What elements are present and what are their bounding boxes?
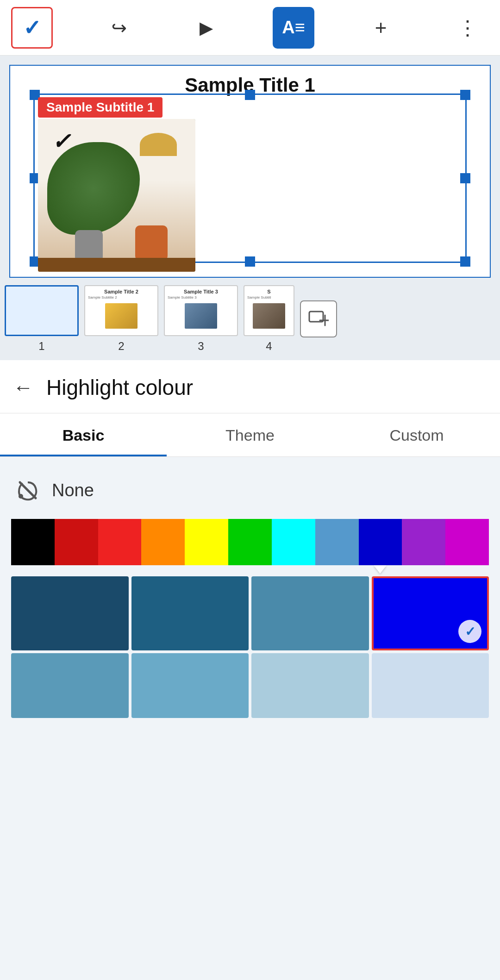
swatch-black[interactable] — [11, 519, 55, 565]
thumb-card-1[interactable] — [5, 285, 79, 336]
thumb-title-3: Sample Title 3 — [168, 289, 234, 294]
svg-point-4 — [19, 494, 23, 499]
color-cell-lightsteelblue[interactable] — [131, 653, 249, 718]
color-cell-darknavy[interactable] — [11, 576, 129, 650]
color-cell-medblue[interactable] — [11, 653, 129, 718]
swatch-magenta[interactable] — [445, 519, 489, 565]
font-format-button[interactable]: A≡ — [273, 7, 314, 49]
thumb-num-3: 3 — [198, 340, 204, 353]
plant-green — [47, 142, 140, 235]
swatch-purple[interactable] — [402, 519, 445, 565]
more-button[interactable]: ⋮ — [447, 7, 489, 49]
play-icon: ▶ — [200, 18, 213, 38]
thumb-subtitle-2: Sample Subtitle 2 — [88, 295, 155, 300]
slide-thumb-2[interactable]: Sample Title 2 Sample Subtitle 2 2 — [84, 285, 158, 353]
tab-custom[interactable]: Custom — [333, 413, 500, 456]
color-cell-steelblue[interactable] — [251, 576, 369, 650]
swatch-lightblue[interactable] — [315, 519, 359, 565]
thumb-title-4: S — [247, 289, 291, 294]
thumb-image-4 — [253, 303, 285, 329]
undo-icon: ↩ — [111, 17, 127, 38]
play-button[interactable]: ▶ — [186, 7, 227, 49]
hat-shape — [140, 133, 177, 156]
thumb-subtitle-3: Sample Subtitle 3 — [168, 295, 234, 300]
pot-orange — [135, 225, 168, 262]
selection-checkmark: ✓ — [458, 620, 481, 643]
check-button[interactable]: ✓ — [11, 7, 53, 49]
slide-thumbnails: 1 Sample Title 2 Sample Subtitle 2 2 Sam… — [0, 278, 500, 360]
more-icon: ⋮ — [457, 16, 478, 39]
swatch-orange[interactable] — [141, 519, 185, 565]
handle-bottom-right[interactable] — [460, 256, 470, 267]
slide-image: ✓ — [38, 119, 195, 272]
highlight-colour-panel: ← Highlight colour Basic Theme Custom No… — [0, 360, 500, 718]
thumb-card-2[interactable]: Sample Title 2 Sample Subtitle 2 — [84, 285, 158, 336]
thumb-num-4: 4 — [266, 340, 272, 353]
slide-thumb-4[interactable]: S Sample Subtitl 4 — [244, 285, 294, 353]
table-wood — [38, 258, 195, 272]
add-icon: + — [375, 16, 387, 39]
back-button[interactable]: ← — [13, 376, 33, 399]
slide-subtitle: Sample Subtitle 1 — [38, 97, 162, 118]
panel-header: ← Highlight colour — [0, 360, 500, 413]
selected-indicator — [374, 565, 387, 574]
color-grid-row1: ✓ — [11, 576, 489, 650]
color-cell-blue-selected[interactable]: ✓ — [372, 576, 489, 650]
check-icon: ✓ — [23, 15, 41, 40]
handle-mid-right[interactable] — [460, 173, 470, 183]
undo-button[interactable]: ↩ — [98, 7, 140, 49]
handle-bottom-center[interactable] — [245, 256, 255, 267]
tab-basic[interactable]: Basic — [0, 413, 167, 456]
swatch-cyan[interactable] — [272, 519, 315, 565]
thumb-subtitle-4: Sample Subtitl — [247, 295, 291, 300]
thumb-image-3 — [185, 303, 217, 329]
thumb-num-1: 1 — [38, 340, 44, 353]
slide-title: Sample Title 1 — [10, 66, 490, 101]
thumb-card-3[interactable]: Sample Title 3 Sample Subtitle 3 — [164, 285, 238, 336]
thumb-title-2: Sample Title 2 — [88, 289, 155, 294]
color-cell-verylightblue[interactable] — [372, 653, 489, 718]
color-cell-navy[interactable] — [131, 576, 249, 650]
no-color-icon — [15, 477, 41, 503]
swatch-red[interactable] — [98, 519, 142, 565]
swatch-darkred[interactable] — [55, 519, 98, 565]
none-option[interactable]: None — [11, 466, 489, 514]
thumb-image-2 — [105, 303, 138, 329]
add-slide-button[interactable] — [300, 300, 337, 337]
font-icon: A≡ — [282, 18, 305, 37]
color-cell-paleblue[interactable] — [251, 653, 369, 718]
swatch-blue[interactable] — [359, 519, 402, 565]
slide-thumb-1[interactable]: 1 — [5, 285, 79, 353]
slide-thumb-3[interactable]: Sample Title 3 Sample Subtitle 3 3 — [164, 285, 238, 353]
top-toolbar: ✓ ↩ ▶ A≡ + ⋮ — [0, 0, 500, 56]
swatch-green[interactable] — [228, 519, 272, 565]
tab-theme[interactable]: Theme — [167, 413, 333, 456]
thumb-card-4[interactable]: S Sample Subtitl — [244, 285, 294, 336]
thumb-num-2: 2 — [118, 340, 124, 353]
slide-canvas[interactable]: Sample Title 1 Sample Subtitle 1 ✓ — [9, 65, 491, 278]
panel-title: Highlight colour — [46, 375, 193, 400]
add-button[interactable]: + — [360, 7, 402, 49]
color-grid-row2 — [11, 653, 489, 718]
color-strip — [11, 519, 489, 565]
color-options: None ✓ — [0, 457, 500, 718]
plant-scene: ✓ — [38, 119, 195, 272]
slide-canvas-area: Sample Title 1 Sample Subtitle 1 ✓ — [0, 56, 500, 278]
add-slide-icon — [308, 309, 329, 329]
color-tabs: Basic Theme Custom — [0, 413, 500, 457]
none-label: None — [52, 481, 94, 500]
swatch-yellow[interactable] — [185, 519, 228, 565]
